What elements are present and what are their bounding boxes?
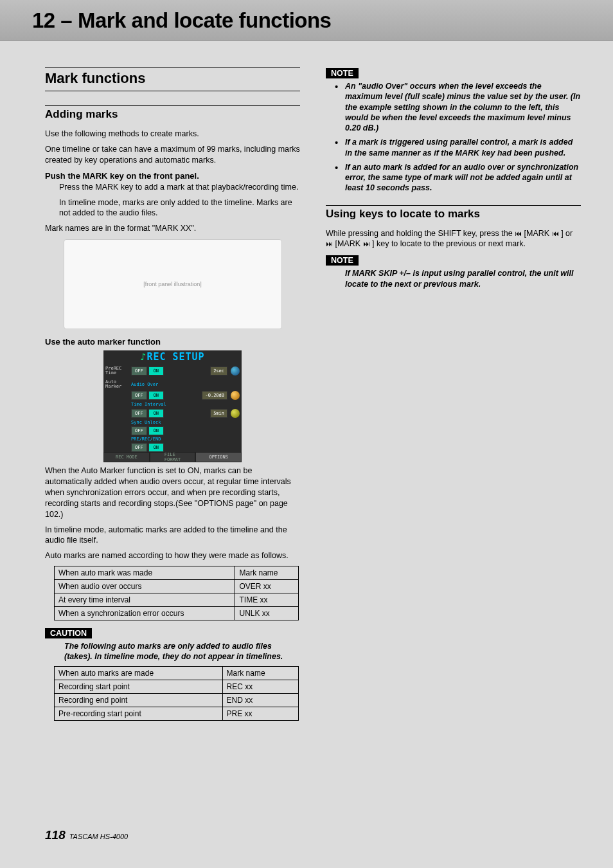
paragraph: While pressing and holding the SHIFT key… <box>326 228 581 250</box>
table-cell: At every time interval <box>55 593 235 607</box>
rec-setup-title: ♪REC SETUP <box>103 350 242 363</box>
table-cell: Pre-recording start point <box>55 707 223 720</box>
table-row: Pre-recording start point PRE xx <box>55 707 299 720</box>
note-text: If MARK SKIP +/– is input using parallel… <box>326 268 581 289</box>
rec-off-button: OFF <box>131 426 147 435</box>
rec-sublabel: PRE/REC/END <box>131 437 161 442</box>
model-name: TASCAM HS-4000 <box>69 833 129 840</box>
rec-off-button: OFF <box>131 366 147 375</box>
skip-back-icon: ⏮ <box>552 229 559 239</box>
knob-icon <box>231 391 240 400</box>
rec-on-button: ON <box>148 366 164 375</box>
paragraph: Mark names are in the format "MARK XX". <box>45 223 300 234</box>
note-badge: NOTE <box>326 255 359 266</box>
table-cell: PRE xx <box>222 707 299 720</box>
table-row: Recording end point END xx <box>55 693 299 707</box>
rec-sublabel: Sync Unlock <box>131 420 161 425</box>
rec-on-button: ON <box>148 426 164 435</box>
rec-off-button: OFF <box>131 409 147 418</box>
paragraph: When the Auto Marker function is set to … <box>45 466 300 520</box>
rec-label: PreREC Time <box>105 366 130 375</box>
section-title-mark-functions: Mark functions <box>45 67 300 91</box>
note-badge: NOTE <box>326 68 359 78</box>
skip-forward-icon: ⏭ <box>326 239 333 249</box>
rec-tab: FILE FORMAT <box>150 452 196 462</box>
rec-on-button: ON <box>148 443 164 452</box>
table-cell: Recording end point <box>55 693 223 707</box>
table-cell: When a synchronization error occurs <box>55 607 235 620</box>
text-fragment: ] key to locate to the previous or next … <box>370 239 526 248</box>
subsection-using-keys: Using keys to locate to marks <box>326 205 581 223</box>
rec-value: -0.20dB <box>202 391 227 400</box>
table-row: Recording start point REC xx <box>55 680 299 693</box>
subsection-adding-marks: Adding marks <box>45 105 300 123</box>
table-row: At every time interval TIME xx <box>55 593 299 607</box>
text-fragment: [MARK <box>333 239 363 248</box>
note-item: If a mark is triggered using parallel co… <box>337 137 581 158</box>
rec-value: 2sec <box>210 366 227 375</box>
knob-icon <box>231 409 240 418</box>
page-footer: 118 TASCAM HS-4000 <box>45 828 128 842</box>
table-row: When audio over occurs OVER xx <box>55 580 299 593</box>
table-cell: Recording start point <box>55 680 223 693</box>
caution-badge: CAUTION <box>45 628 92 638</box>
table-cell: UNLK xx <box>235 607 299 620</box>
paragraph: One timeline or take can have a maximum … <box>45 144 300 166</box>
right-column: NOTE An "audio Over" occurs when the lev… <box>326 67 581 727</box>
bold-heading: Use the auto marker function <box>45 337 300 347</box>
rec-off-button: OFF <box>131 391 147 400</box>
note-item: An "audio Over" occurs when the level ex… <box>337 81 581 133</box>
chapter-title: 12 – Mark and locate functions <box>32 8 331 33</box>
bold-heading: Push the MARK key on the front panel. <box>45 171 300 181</box>
paragraph: Use the following methods to create mark… <box>45 129 300 140</box>
rec-on-button: ON <box>148 391 164 400</box>
table-cell: END xx <box>222 693 299 707</box>
knob-icon <box>231 366 240 375</box>
skip-back-icon: ⏮ <box>515 229 522 239</box>
table-cell: REC xx <box>222 680 299 693</box>
text-fragment: While pressing and holding the SHIFT key… <box>326 229 515 238</box>
chapter-title-bar: 12 – Mark and locate functions <box>0 0 613 41</box>
table-header: When auto mark was made <box>55 566 235 580</box>
paragraph: Auto marks are named according to how th… <box>45 550 300 561</box>
table-header: When auto marks are made <box>55 666 223 680</box>
rec-sublabel: Audio Over <box>131 382 158 387</box>
paragraph: In timeline mode, marks are only added t… <box>45 197 300 219</box>
rec-tab: REC MODE <box>103 452 150 462</box>
left-column: Mark functions Adding marks Use the foll… <box>45 67 300 727</box>
table-row: When auto marks are made Mark name <box>55 666 299 680</box>
auto-mark-table-2: When auto marks are made Mark name Recor… <box>54 666 299 721</box>
table-row: When auto mark was made Mark name <box>55 566 299 580</box>
table-cell: OVER xx <box>235 580 299 593</box>
text-fragment: ] or <box>559 229 573 238</box>
text-fragment: [MARK <box>522 229 552 238</box>
rec-value: 5min <box>210 409 227 418</box>
content-area: Mark functions Adding marks Use the foll… <box>0 41 613 727</box>
table-cell: TIME xx <box>235 593 299 607</box>
table-cell: When audio over occurs <box>55 580 235 593</box>
page-number: 118 <box>45 828 66 842</box>
note-list: An "audio Over" occurs when the level ex… <box>326 81 581 194</box>
note-item: If an auto mark is added for an audio ov… <box>337 162 581 194</box>
skip-forward-icon: ⏭ <box>363 239 370 249</box>
rec-label: Auto Marker <box>105 380 130 389</box>
paragraph: Press the MARK key to add a mark at that… <box>45 182 300 193</box>
table-header: Mark name <box>222 666 299 680</box>
rec-setup-title-text: REC SETUP <box>147 351 204 363</box>
rec-tab-active: OPTIONS <box>195 452 242 462</box>
table-header: Mark name <box>235 566 299 580</box>
rec-setup-figure: ♪REC SETUP PreREC Time OFF ON 2sec Auto … <box>103 350 242 457</box>
rec-sublabel: Time Interval <box>131 402 166 407</box>
paragraph: In timeline mode, automatic marks are ad… <box>45 525 300 547</box>
rec-on-button: ON <box>148 409 164 418</box>
caution-text: The following auto marks are only added … <box>45 641 300 662</box>
rec-off-button: OFF <box>131 443 147 452</box>
front-panel-figure: [front panel illustration] <box>64 239 282 329</box>
table-row: When a synchronization error occurs UNLK… <box>55 607 299 620</box>
auto-mark-table-1: When auto mark was made Mark name When a… <box>54 566 299 620</box>
